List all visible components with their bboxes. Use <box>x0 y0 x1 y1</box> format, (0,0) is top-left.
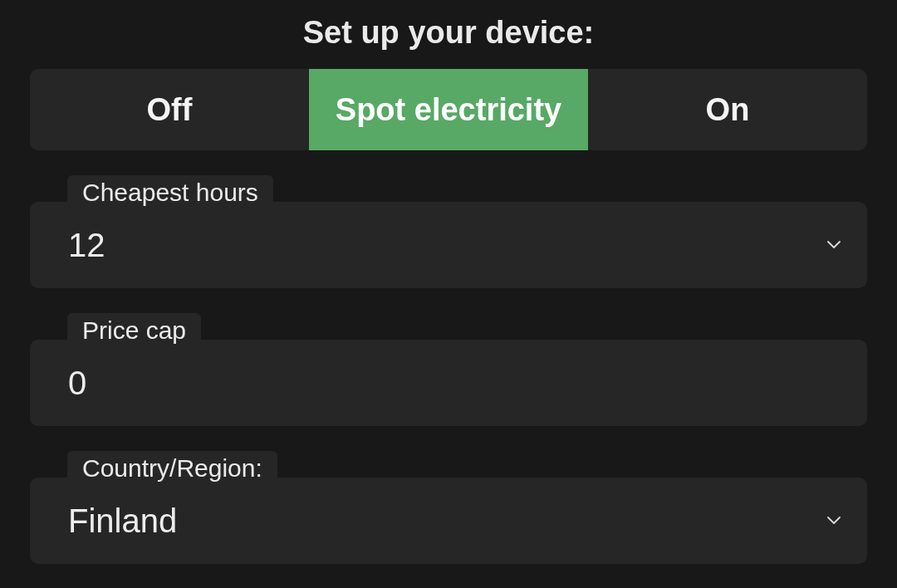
country-region-select[interactable]: Finland <box>30 478 867 564</box>
price-cap-input[interactable]: 0 <box>30 340 867 426</box>
cheapest-hours-label: Cheapest hours <box>67 175 273 212</box>
segment-on-label: On <box>706 92 750 128</box>
chevron-down-icon <box>827 517 841 525</box>
segment-off-label: Off <box>147 92 193 128</box>
page-title: Set up your device: <box>30 15 867 51</box>
segment-spot-electricity[interactable]: Spot electricity <box>309 69 588 150</box>
cheapest-hours-select[interactable]: 12 <box>30 202 867 288</box>
segment-on[interactable]: On <box>588 69 867 150</box>
country-region-field: Country/Region: Finland <box>30 478 867 564</box>
cheapest-hours-value: 12 <box>68 227 105 264</box>
mode-segmented-control[interactable]: Off Spot electricity On <box>30 69 867 150</box>
country-region-label: Country/Region: <box>67 451 277 488</box>
segment-off[interactable]: Off <box>30 69 309 150</box>
segment-spot-label: Spot electricity <box>336 92 561 128</box>
price-cap-label: Price cap <box>67 313 201 350</box>
price-cap-field: Price cap 0 <box>30 340 867 426</box>
chevron-down-icon <box>827 241 841 249</box>
country-region-value: Finland <box>68 502 177 540</box>
cheapest-hours-field: Cheapest hours 12 <box>30 202 867 288</box>
price-cap-value: 0 <box>68 365 86 402</box>
